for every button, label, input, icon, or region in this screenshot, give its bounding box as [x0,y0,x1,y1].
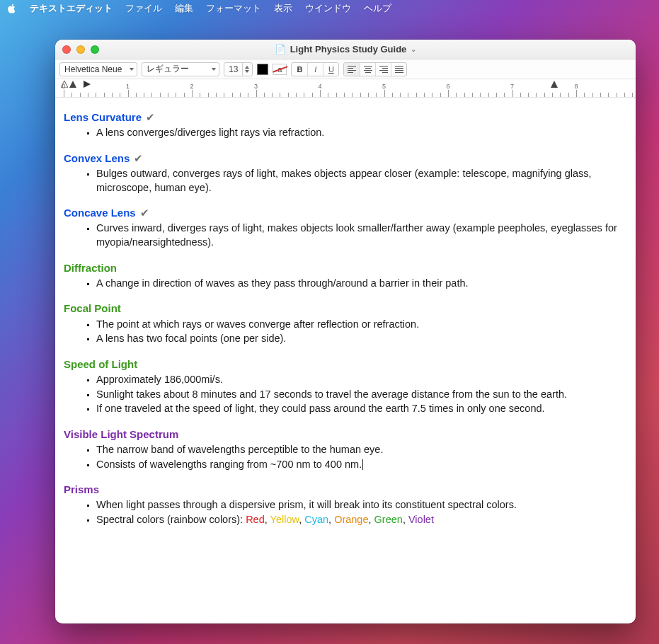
section-title: Convex Lens [64,151,130,166]
section-heading: Speed of Light [64,357,627,372]
apple-menu-icon[interactable] [7,4,17,13]
menu-file[interactable]: ファイル [125,2,162,15]
ruler-minor-tick [296,93,297,97]
bullet-list: The narrow band of wavelengths perceptib… [72,443,627,471]
ruler-minor-tick [288,93,289,97]
bullet-item: A lens converges/diverges light rays via… [96,126,627,140]
ruler-minor-tick [224,93,224,97]
ruler-tick [512,90,513,97]
ruler-tick [64,90,64,97]
bullet-item: Curves inward, diverges rays of light, m… [96,222,627,249]
ruler-minor-tick [617,93,617,97]
highlight-none-icon[interactable] [273,64,287,75]
titlebar[interactable]: 📄 Light Physics Study Guide ⌄ [55,40,636,59]
ruler-minor-tick [216,93,217,97]
zoom-button[interactable] [91,45,99,54]
section-title: Lens Curvature [64,110,142,125]
ruler-tick [128,90,129,97]
ruler-minor-tick [528,93,529,97]
section-heading: Focal Point [64,301,627,316]
font-style-select[interactable]: レギュラー [142,62,219,76]
section-title: Diffraction [64,261,117,275]
section: Speed of LightApproximately 186,000mi/s.… [64,357,627,416]
ruler-label: 7 [510,83,514,90]
menubar[interactable]: テキストエディット ファイル 編集 フォーマット 表示 ウインドウ ヘルプ [0,0,659,17]
ruler-minor-tick [544,93,545,97]
bullet-list: Bulges outward, converges rays of light,… [72,167,627,195]
font-family-select[interactable]: Helvetica Neue [59,62,137,76]
document-icon: 📄 [275,44,286,54]
ruler-label: 3 [254,83,258,90]
bullet-item: Sunlight takes about 8 minutes and 17 se… [96,388,627,402]
title-dropdown-icon[interactable]: ⌄ [411,45,416,53]
tab-stop-marker[interactable] [84,81,91,88]
ruler-minor-tick [376,93,377,97]
bullet-item: Consists of wavelengths ranging from ~70… [96,458,627,472]
ruler[interactable]: 012345678 [55,79,636,98]
bullet-list: A lens converges/diverges light rays via… [72,126,627,140]
align-right-button[interactable] [375,63,391,76]
ruler-minor-tick [472,93,473,97]
font-size-value: 13 [224,64,242,74]
ruler-minor-tick [200,93,200,97]
section-title: Visible Light Spectrum [64,427,178,442]
section-heading: Concave Lens✔ [64,206,627,220]
ruler-minor-tick [496,93,497,97]
ruler-minor-tick [464,93,465,97]
menu-format[interactable]: フォーマット [206,2,261,15]
text-color-swatch[interactable] [257,64,268,75]
ruler-minor-tick [552,93,553,97]
window-title: 📄 Light Physics Study Guide ⌄ [55,40,636,59]
ruler-minor-tick [368,93,369,97]
ruler-minor-tick [80,93,81,97]
font-family-value: Helvetica Neue [64,64,122,74]
ruler-minor-tick [272,93,273,97]
spectral-color: Violet [408,514,434,525]
app-name[interactable]: テキストエディット [30,2,113,15]
spectral-color: Yellow [270,514,299,525]
ruler-minor-tick [151,93,152,97]
close-button[interactable] [62,45,71,54]
checkmark-icon: ✔ [134,151,143,166]
ruler-minor-tick [608,93,609,97]
section-title: Prisms [64,483,99,497]
underline-button[interactable]: U [323,63,338,76]
ruler-minor-tick [504,93,505,97]
align-justify-button[interactable] [391,63,406,76]
document-body[interactable]: Lens Curvature✔A lens converges/diverges… [55,98,636,623]
ruler-minor-tick [71,93,72,97]
bullet-list: Approximately 186,000mi/s.Sunlight takes… [72,373,627,416]
ruler-label: 4 [318,83,321,90]
ruler-tick [320,90,321,97]
align-center-button[interactable] [360,63,375,76]
menu-view[interactable]: 表示 [274,2,292,15]
bullet-item: Approximately 186,000mi/s. [96,373,627,387]
ruler-minor-tick [304,93,304,97]
ruler-tick [384,90,385,97]
bullet-item: A lens has two focal points (one per sid… [96,332,627,346]
menu-edit[interactable]: 編集 [175,2,193,15]
italic-button[interactable]: I [307,63,323,76]
ruler-minor-tick [400,93,401,97]
ruler-minor-tick [136,93,137,97]
menu-window[interactable]: ウインドウ [305,2,351,15]
ruler-minor-tick [344,93,345,97]
left-indent-marker[interactable] [69,81,76,88]
ruler-tick [448,90,449,97]
minimize-button[interactable] [76,45,85,54]
menu-help[interactable]: ヘルプ [364,2,391,15]
ruler-label: 6 [446,83,449,90]
right-indent-marker[interactable] [551,81,558,88]
font-size-control[interactable]: 13 [224,62,253,76]
align-left-button[interactable] [344,63,360,76]
ruler-minor-tick [488,93,489,97]
bullet-item: When light passes through a dispersive p… [96,498,627,512]
alignment-group [343,62,407,76]
ruler-minor-tick [208,93,209,97]
ruler-minor-tick [312,93,313,97]
ruler-label: 1 [126,83,130,90]
font-size-stepper[interactable] [242,63,252,76]
ruler-label: 2 [190,83,193,90]
ruler-minor-tick [96,93,96,97]
bold-button[interactable]: B [292,63,307,76]
